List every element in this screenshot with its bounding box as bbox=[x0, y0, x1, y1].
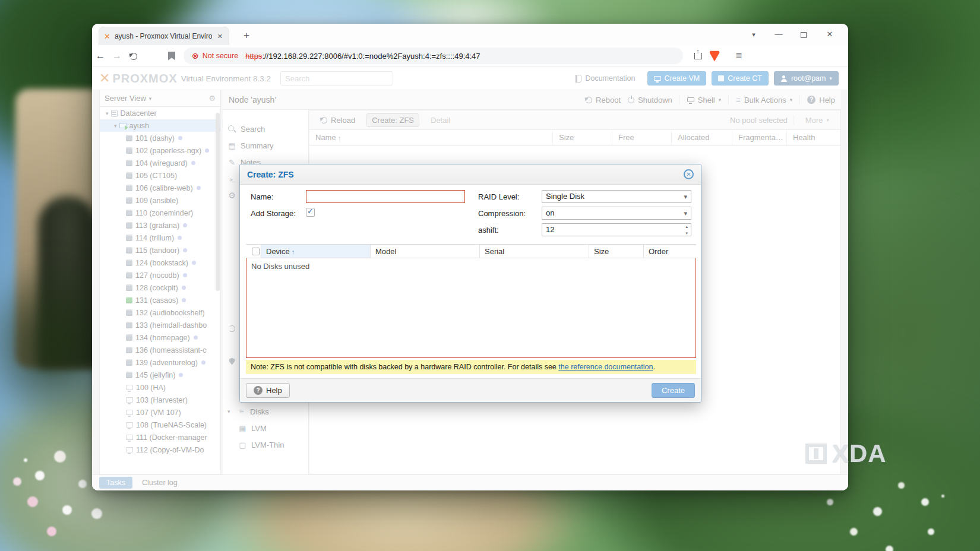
xda-logo-bar bbox=[814, 448, 818, 459]
close-window-button[interactable]: ✕ bbox=[822, 27, 837, 42]
url-text[interactable]: https://192.168.29.227:8006/#v1:0:=node%… bbox=[245, 52, 480, 61]
disk-column-header[interactable]: Serial bbox=[480, 245, 589, 258]
wallpaper-flowers bbox=[941, 495, 944, 498]
disk-column-header[interactable]: Size bbox=[589, 245, 644, 258]
xda-logo-icon bbox=[805, 444, 827, 464]
brave-shield-icon bbox=[710, 50, 720, 62]
browser-window: ✕ ayush - Proxmox Virtual Environ ✕ + ▾ … bbox=[92, 24, 848, 490]
name-label: Name: bbox=[251, 192, 273, 201]
tab-search-icon[interactable]: ▾ bbox=[746, 27, 761, 42]
forward-button[interactable]: → bbox=[109, 50, 125, 61]
tab-title: ayush - Proxmox Virtual Environ bbox=[115, 32, 212, 40]
reload-icon bbox=[130, 53, 137, 60]
disk-grid-header: Device Model Serial Size Order bbox=[246, 244, 696, 258]
maximize-button[interactable] bbox=[796, 27, 811, 42]
url-scheme: https bbox=[245, 52, 262, 61]
reference-documentation-link[interactable]: the reference documentation bbox=[558, 363, 653, 371]
not-secure-label[interactable]: Not secure bbox=[203, 52, 238, 60]
wallpaper-arch-shadow bbox=[38, 196, 97, 368]
tab-close-icon[interactable]: ✕ bbox=[216, 33, 224, 40]
browser-menu-button[interactable]: ≡ bbox=[727, 50, 751, 62]
tab-strip: ✕ ayush - Proxmox Virtual Environ ✕ + ▾ … bbox=[92, 24, 848, 45]
dialog-help-button[interactable]: ?Help bbox=[246, 383, 290, 398]
url-rest: ://192.168.29.227:8006/#v1:0:=node%2Fayu… bbox=[262, 52, 480, 61]
dialog-title: Create: ZFS bbox=[247, 170, 294, 179]
ashift-spinner[interactable]: 12 bbox=[542, 223, 691, 236]
bookmark-icon[interactable] bbox=[168, 52, 175, 61]
compression-select[interactable]: on bbox=[542, 207, 691, 220]
disk-column-header[interactable]: Model bbox=[371, 245, 480, 258]
dialog-close-icon[interactable]: ✕ bbox=[684, 169, 694, 179]
back-button[interactable]: ← bbox=[92, 50, 109, 61]
compression-label: Compression: bbox=[478, 209, 526, 218]
dialog-header[interactable]: Create: ZFS ✕ bbox=[240, 164, 701, 185]
desktop: ✕ ayush - Proxmox Virtual Environ ✕ + ▾ … bbox=[0, 0, 980, 551]
address-bar[interactable]: ⊗ Not secure https://192.168.29.227:8006… bbox=[184, 48, 683, 64]
maximize-icon bbox=[801, 32, 807, 38]
zfs-note-bar: Note: ZFS is not compatible with disks b… bbox=[246, 360, 696, 374]
disk-column-header[interactable]: Device bbox=[261, 245, 371, 258]
browser-tab[interactable]: ✕ ayush - Proxmox Virtual Environ ✕ bbox=[99, 27, 229, 45]
ashift-label: ashift: bbox=[478, 226, 499, 235]
minimize-button[interactable]: — bbox=[771, 27, 786, 42]
share-icon bbox=[694, 53, 702, 59]
xda-watermark: XDA bbox=[805, 439, 887, 468]
dialog-create-button[interactable]: Create bbox=[652, 383, 695, 398]
raid-level-select[interactable]: Single Disk bbox=[542, 190, 691, 203]
zfs-name-input[interactable] bbox=[306, 190, 465, 203]
empty-grid-text: No Disks unused bbox=[251, 262, 309, 271]
dialog-footer: ?Help Create bbox=[240, 378, 701, 402]
share-button[interactable] bbox=[690, 50, 706, 61]
create-zfs-dialog: Create: ZFS ✕ Name: Add Storage: RAID Le… bbox=[239, 164, 701, 403]
add-storage-label: Add Storage: bbox=[251, 209, 296, 218]
add-storage-checkbox[interactable] bbox=[306, 208, 315, 217]
proxmox-app: ✕ PROXMOX Virtual Environment 8.3.2 Docu… bbox=[92, 67, 848, 490]
xda-logo-text: XDA bbox=[832, 439, 887, 468]
new-tab-button[interactable]: + bbox=[239, 28, 254, 43]
wallpaper-flowers bbox=[24, 458, 27, 462]
browser-toolbar: ← → ⊗ Not secure https://192.168.29.227:… bbox=[92, 45, 848, 67]
select-all-cell[interactable] bbox=[246, 245, 261, 258]
disk-grid-body: No Disks unused bbox=[246, 258, 696, 358]
raid-level-label: RAID Level: bbox=[478, 192, 519, 201]
help-icon: ? bbox=[254, 386, 263, 395]
disk-grid: Device Model Serial Size Order No Disks … bbox=[246, 244, 696, 358]
proxmox-favicon-icon: ✕ bbox=[104, 33, 110, 40]
brave-shield-button[interactable] bbox=[706, 50, 723, 62]
select-all-checkbox[interactable] bbox=[252, 248, 260, 255]
disk-column-header[interactable]: Order bbox=[644, 245, 696, 258]
reload-button[interactable] bbox=[125, 50, 142, 61]
not-secure-icon: ⊗ bbox=[192, 51, 199, 61]
